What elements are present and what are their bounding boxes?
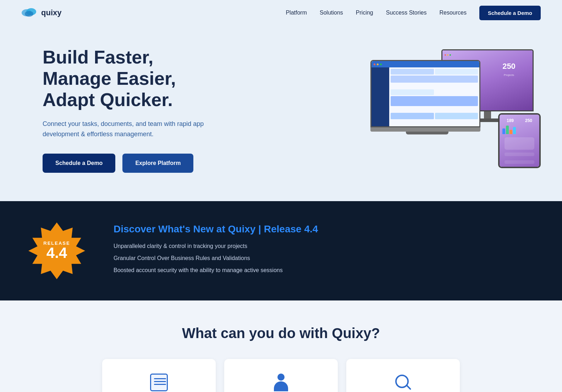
nav-resources[interactable]: Resources: [439, 10, 466, 16]
what-title: What can you do with Quixy?: [21, 325, 541, 341]
card-icon-1: [147, 372, 171, 392]
logo[interactable]: quixy: [21, 7, 61, 18]
hero-section: Build Faster, Manage Easier, Adapt Quick…: [0, 26, 562, 201]
person-icon: [274, 374, 288, 391]
nav-platform[interactable]: Platform: [286, 10, 307, 16]
what-section: What can you do with Quixy?: [0, 300, 562, 392]
tablet-stat-2: 250: [525, 118, 532, 123]
nav-links: Platform Solutions Pricing Success Stori…: [286, 6, 541, 20]
nav-success-stories[interactable]: Success Stories: [386, 10, 427, 16]
feature-card-2: [224, 359, 338, 392]
tablet-mockup: 189 250: [498, 113, 541, 170]
release-list: Unparalleled clarity & control in tracki…: [114, 242, 534, 275]
nav-solutions[interactable]: Solutions: [320, 10, 343, 16]
release-item-2: Granular Control Over Business Rules and…: [114, 254, 534, 263]
navbar: quixy Platform Solutions Pricing Success…: [0, 0, 562, 26]
release-item-1: Unparalleled clarity & control in tracki…: [114, 242, 534, 250]
release-title: Discover What's New at Quixy | Release 4…: [114, 223, 534, 235]
release-title-prefix: Discover What's New at Quixy |: [114, 223, 264, 234]
tbar-2: [506, 126, 509, 134]
laptop-sidebar: [371, 67, 389, 126]
badge-version: 4.4: [46, 245, 67, 260]
nav-schedule-demo[interactable]: Schedule a Demo: [479, 6, 541, 20]
feature-card-1: [102, 359, 216, 392]
release-section: RELEASE 4.4 Discover What's New at Quixy…: [0, 201, 562, 300]
laptop-main: [389, 67, 479, 126]
hero-illustration: 189 Tasks 250 Projects: [370, 49, 534, 170]
monitor-stat-2: 250 Projects: [502, 62, 516, 77]
badge-starburst: RELEASE 4.4: [28, 222, 85, 279]
hero-title: Build Faster, Manage Easier, Adapt Quick…: [43, 47, 227, 110]
list-icon: [150, 374, 168, 391]
tbar-3: [509, 130, 512, 134]
nav-pricing[interactable]: Pricing: [356, 10, 373, 16]
tbar-1: [502, 128, 505, 134]
hero-buttons: Schedule a Demo Explore Platform: [43, 154, 227, 173]
hero-content: Build Faster, Manage Easier, Adapt Quick…: [43, 47, 227, 173]
laptop-mockup: [370, 60, 484, 138]
hero-subtitle: Connect your tasks, documents, and team …: [43, 119, 227, 139]
release-badge: RELEASE 4.4: [28, 222, 85, 279]
tablet-stats: 189 250: [501, 118, 538, 123]
device-mockups: 189 Tasks 250 Projects: [370, 49, 534, 170]
release-item-3: Boosted account security with the abilit…: [114, 266, 534, 275]
release-content: Discover What's New at Quixy | Release 4…: [114, 223, 534, 278]
release-title-highlight: Release 4.4: [264, 223, 318, 234]
logo-text: quixy: [41, 8, 61, 17]
svg-point-2: [25, 11, 33, 17]
schedule-demo-button[interactable]: Schedule a Demo: [43, 154, 115, 173]
card-icon-3: [391, 372, 415, 392]
logo-icon: [21, 7, 38, 18]
monitor-stand-neck: [484, 111, 491, 118]
laptop-stand: [406, 132, 448, 134]
search-icon: [395, 375, 411, 390]
card-icon-2: [269, 372, 293, 392]
tablet-chart: [501, 125, 538, 134]
laptop-base: [370, 127, 480, 132]
feature-card-3: [346, 359, 460, 392]
cards-row: [21, 359, 541, 392]
tbar-4: [513, 127, 516, 134]
tablet-stat-1: 189: [507, 118, 514, 123]
laptop-screen: [370, 60, 480, 127]
explore-platform-button[interactable]: Explore Platform: [122, 154, 193, 173]
tablet-screen: 189 250: [498, 113, 541, 168]
